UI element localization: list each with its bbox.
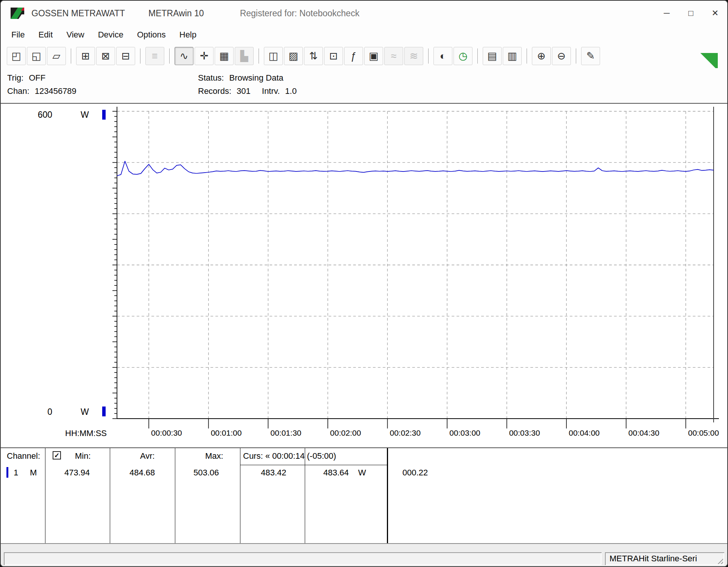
formula-icon[interactable]: ƒ — [344, 47, 363, 65]
menu-item-edit[interactable]: Edit — [31, 28, 59, 42]
maximize-button[interactable]: □ — [679, 1, 703, 26]
formula-icon-glyph: ƒ — [351, 51, 356, 61]
title-bar: GOSSEN METRAWATT METRAwin 10 Registered … — [1, 1, 727, 26]
import-data-icon-glyph: ⊟ — [122, 51, 130, 61]
table-column-divider-thick — [387, 448, 388, 543]
toolbar-separator — [477, 48, 479, 64]
chart-view-icon[interactable]: ∿ — [175, 47, 193, 65]
resize-grip[interactable] — [716, 556, 723, 564]
color-settings-icon-glyph: ◐ — [440, 51, 446, 61]
avr-header: Avr: — [140, 451, 155, 461]
status-message-panel — [4, 552, 602, 565]
avr-value: 484.68 — [129, 468, 155, 478]
channel-color-marker — [6, 467, 8, 478]
table-view-icon[interactable]: ▦ — [215, 47, 234, 65]
crosshair-cursor-icon[interactable]: ✛ — [195, 47, 214, 65]
cursor-b-unit: W — [358, 468, 366, 478]
status-value: Browsing Data — [229, 73, 283, 83]
toolbar-separator — [140, 48, 142, 64]
trig-label: Trig: — [7, 73, 23, 83]
max-header: Max: — [205, 451, 223, 461]
print-icon[interactable]: ▤ — [483, 47, 502, 65]
channel-number: 1 — [14, 468, 18, 478]
save-as-icon[interactable]: ◱ — [27, 47, 46, 65]
minmax-record-icon: ≈ — [384, 47, 403, 65]
save-icon[interactable]: ◰ — [7, 47, 26, 65]
table-column-divider — [45, 448, 45, 543]
data-tip-icon-glyph: ✎ — [586, 51, 595, 61]
menu-item-help[interactable]: Help — [173, 28, 203, 42]
envelope-curve-icon-glyph: ≋ — [410, 51, 418, 61]
scale-settings-icon[interactable]: ⇅ — [304, 47, 323, 65]
menu-bar: FileEditViewDeviceOptionsHelp — [1, 26, 727, 44]
monitor-view-icon[interactable]: ⊡ — [324, 47, 343, 65]
channel-header: Channel: — [7, 451, 40, 461]
device-display-icon[interactable]: ▣ — [364, 47, 383, 65]
monitor-view-icon-glyph: ⊡ — [329, 51, 338, 61]
close-button[interactable]: ✕ — [703, 1, 727, 26]
zoom-out-icon[interactable]: ⊖ — [552, 47, 571, 65]
copy-window-icon[interactable]: ◫ — [264, 47, 283, 65]
table-column-divider — [305, 448, 305, 543]
toolbar-separator — [527, 48, 528, 64]
interval-value: 1.0 — [285, 86, 297, 96]
x-axis-title: HH:MM:SS — [65, 428, 107, 438]
device-name: METRAHit Starline-Seri — [610, 554, 697, 564]
zoom-in-icon-glyph: ⊕ — [537, 51, 546, 61]
device-display-icon-glyph: ▣ — [369, 51, 379, 61]
registered-for-label: Registered for: Notebookcheck — [240, 8, 360, 19]
trig-value: OFF — [29, 73, 45, 83]
trigger-channel-info: Trig:OFF Chan:123456789 — [7, 71, 76, 98]
y-axis-min-label: 0 — [34, 407, 52, 417]
toolbar-separator — [428, 48, 430, 64]
y-axis-max-label: 600 — [34, 110, 52, 120]
export-data-icon[interactable]: ⊞ — [76, 47, 95, 65]
app-title: GOSSEN METRAWATT — [31, 8, 125, 19]
cursor-delta-value: 000.22 — [402, 468, 428, 478]
cursor-b-value: 483.64 — [323, 468, 349, 478]
channel-visible-checkbox[interactable]: ✓ — [53, 451, 61, 460]
chan-value: 123456789 — [35, 86, 76, 96]
print-icon-glyph: ▤ — [487, 51, 497, 61]
toolbar-separator — [169, 48, 171, 64]
app-window: GOSSEN METRAWATT METRAwin 10 Registered … — [0, 0, 728, 567]
device-offline-icon-glyph: ≡ — [152, 51, 158, 61]
import-data-icon[interactable]: ⊟ — [116, 47, 135, 65]
color-settings-icon[interactable]: ◐ — [433, 47, 452, 65]
menu-item-device[interactable]: Device — [91, 28, 130, 42]
power-trace — [117, 161, 714, 176]
interval-label: Intrv. — [262, 86, 280, 96]
status-records-info: Status:Browsing Data Records:301Intrv.1.… — [198, 71, 297, 98]
menu-item-file[interactable]: File — [5, 28, 31, 42]
toolbar-separator — [259, 48, 260, 64]
zoom-in-icon[interactable]: ⊕ — [532, 47, 551, 65]
timer-icon[interactable]: ◷ — [454, 47, 472, 65]
minmax-record-icon-glyph: ≈ — [391, 51, 397, 61]
table-column-divider — [240, 448, 240, 543]
device-name-panel: METRAHit Starline-Seri — [605, 552, 724, 565]
status-label: Status: — [198, 73, 224, 83]
plot-area[interactable] — [1, 104, 728, 447]
histogram-view-icon-glyph: ▙ — [240, 51, 248, 61]
records-label: Records: — [198, 86, 231, 96]
data-tip-icon[interactable]: ✎ — [581, 47, 600, 65]
delete-data-icon[interactable]: ⊠ — [96, 47, 115, 65]
acquisition-info-panel: Trig:OFF Chan:123456789 Status:Browsing … — [1, 68, 727, 103]
save-icon-glyph: ◰ — [11, 51, 21, 61]
records-value: 301 — [237, 86, 251, 96]
menu-item-view[interactable]: View — [59, 28, 91, 42]
open-icon[interactable]: ▱ — [47, 47, 66, 65]
save-as-icon-glyph: ◱ — [31, 51, 41, 61]
menu-item-options[interactable]: Options — [130, 28, 173, 42]
toolbar-separator — [71, 48, 72, 64]
minimize-button[interactable]: ─ — [655, 1, 679, 26]
cursor-header: Curs: « 00:00:14 (-05:00) — [243, 451, 336, 461]
table-column-divider — [110, 448, 110, 543]
print-preview-icon[interactable]: ▥ — [503, 47, 522, 65]
timer-icon-glyph: ◷ — [458, 51, 468, 61]
open-icon-glyph: ▱ — [53, 51, 61, 61]
export-data-icon-glyph: ⊞ — [81, 51, 90, 61]
channel-settings-icon-glyph: ▨ — [288, 51, 298, 61]
channel-settings-icon[interactable]: ▨ — [284, 47, 303, 65]
cursor-a-value: 483.42 — [261, 468, 286, 478]
